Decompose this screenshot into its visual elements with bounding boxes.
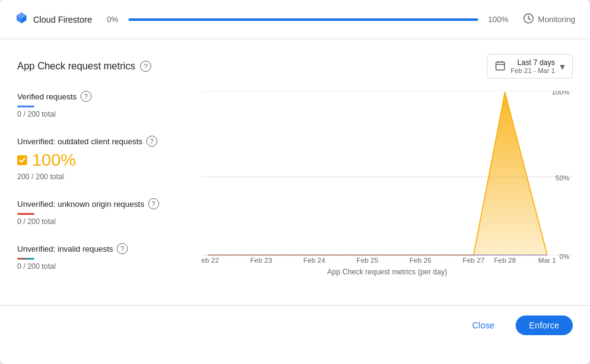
- metric-verified-help[interactable]: ?: [81, 91, 92, 102]
- chart-svg: 100% 50% 0%: [202, 91, 573, 263]
- metrics-title-group: App Check request metrics ?: [17, 61, 151, 72]
- svg-text:Feb 25: Feb 25: [356, 257, 379, 263]
- monitoring-label: Monitoring: [538, 15, 575, 24]
- metric-outdated: Unverified: outdated client requests ? 1…: [17, 136, 189, 181]
- chevron-down-icon: ▾: [560, 61, 565, 72]
- metric-outdated-help[interactable]: ?: [146, 136, 157, 147]
- svg-text:Feb 22: Feb 22: [202, 257, 219, 263]
- chart-layout: Verified requests ? 0 / 200 total Unveri…: [17, 91, 573, 288]
- date-range-sub: Feb 21 - Mar 1: [511, 67, 555, 74]
- metric-invalid-help[interactable]: ?: [117, 243, 128, 254]
- svg-text:50%: 50%: [556, 174, 570, 182]
- date-range-text: Last 7 days Feb 21 - Mar 1: [511, 58, 555, 74]
- svg-text:Feb 26: Feb 26: [409, 257, 431, 263]
- metric-verified-name: Verified requests ?: [17, 91, 189, 102]
- metric-outdated-value-row: 100%: [17, 150, 189, 170]
- service-info: Cloud Firestore: [15, 11, 92, 28]
- metric-outdated-percent: 100%: [32, 150, 76, 170]
- top-bar: Cloud Firestore 0% 100% Monitoring: [0, 0, 590, 39]
- svg-rect-1: [496, 62, 505, 70]
- metrics-header: App Check request metrics ? Last 7 days …: [17, 54, 573, 79]
- progress-fill: [128, 18, 479, 21]
- metric-invalid-line: [17, 258, 34, 260]
- main-content: App Check request metrics ? Last 7 days …: [0, 39, 590, 300]
- metric-invalid: Unverified: invalid requests ? 0 / 200 t…: [17, 243, 189, 271]
- svg-text:100%: 100%: [552, 91, 570, 96]
- progress-start: 0%: [107, 15, 119, 24]
- metric-verified-total: 0 / 200 total: [17, 110, 189, 118]
- metric-outdated-checkbox[interactable]: [17, 155, 27, 165]
- date-range-label: Last 7 days: [517, 58, 555, 67]
- svg-text:Feb 27: Feb 27: [463, 257, 485, 263]
- metric-outdated-total: 200 / 200 total: [17, 172, 189, 181]
- left-metrics: Verified requests ? 0 / 200 total Unveri…: [17, 91, 202, 288]
- metrics-title-text: App Check request metrics: [17, 61, 135, 72]
- progress-section: 0% 100%: [107, 15, 509, 24]
- chart-x-axis-title: App Check request metrics (per day): [202, 268, 573, 276]
- metric-invalid-name: Unverified: invalid requests ?: [17, 243, 189, 254]
- metric-unknown-help[interactable]: ?: [148, 198, 159, 209]
- metric-invalid-total: 0 / 200 total: [17, 262, 189, 271]
- metric-verified: Verified requests ? 0 / 200 total: [17, 91, 189, 118]
- svg-text:0%: 0%: [559, 253, 570, 260]
- chart-area: 100% 50% 0%: [202, 91, 573, 287]
- svg-text:Feb 23: Feb 23: [250, 257, 272, 263]
- progress-bar: [128, 18, 479, 21]
- metric-unknown-line: [17, 213, 34, 215]
- metric-verified-line: [17, 106, 34, 107]
- area-fill: [208, 92, 573, 255]
- service-name: Cloud Firestore: [33, 15, 92, 25]
- monitoring-link[interactable]: Monitoring: [523, 13, 575, 26]
- metric-unknown-name: Unverified: unknown origin requests ?: [17, 198, 189, 209]
- calendar-icon: [495, 60, 506, 73]
- date-range-picker[interactable]: Last 7 days Feb 21 - Mar 1 ▾: [487, 54, 573, 79]
- svg-text:Feb 24: Feb 24: [303, 257, 325, 263]
- metric-unknown: Unverified: unknown origin requests ? 0 …: [17, 198, 189, 226]
- dialog: Cloud Firestore 0% 100% Monitoring App C…: [0, 0, 590, 364]
- close-button[interactable]: Close: [458, 316, 508, 335]
- firestore-icon: [15, 11, 28, 28]
- footer: Close Enforce: [0, 305, 590, 347]
- svg-text:Mar 1: Mar 1: [538, 257, 556, 263]
- progress-end: 100%: [488, 15, 508, 24]
- metric-unknown-total: 0 / 200 total: [17, 217, 189, 226]
- svg-text:Feb 28: Feb 28: [494, 257, 516, 263]
- clock-icon: [523, 13, 534, 26]
- enforce-button[interactable]: Enforce: [516, 316, 573, 335]
- metric-outdated-name: Unverified: outdated client requests ?: [17, 136, 189, 147]
- title-help-icon[interactable]: ?: [140, 61, 151, 72]
